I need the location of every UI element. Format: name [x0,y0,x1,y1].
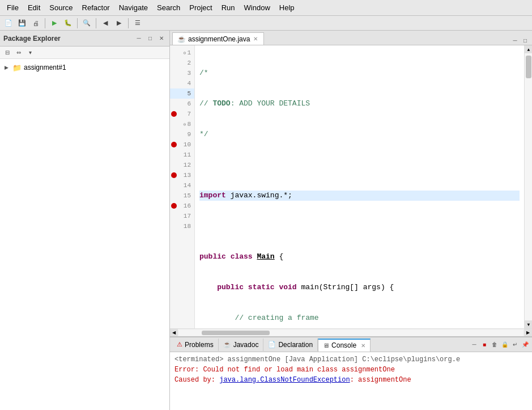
menu-run[interactable]: Run [217,2,240,14]
code-line-5: import javax.swing.*; [199,191,520,201]
line-num-15: 15 [170,191,194,201]
h-scroll-right-btn[interactable]: ▶ [524,329,532,337]
package-explorer-panel: Package Explorer ─ □ ✕ ⊟ ⇔ ▾ ▶ 📁 assignm… [0,31,170,410]
breakpoint-13 [171,172,177,178]
tree-item-assignment[interactable]: ▶ 📁 assignment#1 [0,61,169,74]
breakpoint-16 [171,203,177,209]
editor-tabs: ☕ assignmentOne.java ✕ ─ □ [170,31,532,45]
save-btn[interactable]: 💾 [16,17,28,29]
menu-project[interactable]: Project [185,2,216,14]
menu-refactor[interactable]: Refactor [78,2,114,14]
tab-problems[interactable]: ⚠ Problems [172,339,219,351]
code-line-6 [199,221,520,231]
bottom-panel: ⚠ Problems ☕ Javadoc 📄 Declaration 🖥 Con… [170,336,532,410]
declaration-icon: 📄 [268,341,276,348]
search-btn[interactable]: 🔍 [80,17,93,29]
collapse-all-btn[interactable]: ⊟ [2,48,12,58]
console-error-prefix: Caused by: [175,376,219,384]
line-num-3: 3 [170,68,194,78]
toolbar-sep-2 [77,18,78,28]
run-btn[interactable]: ▶ [48,17,61,29]
line-num-5: 5 [170,88,194,99]
menu-help[interactable]: Help [275,2,299,14]
menu-search[interactable]: Search [152,2,185,14]
package-explorer-minimize[interactable]: ─ [134,34,143,43]
console-classnotfound-link[interactable]: java.lang.ClassNotFoundException [219,376,350,384]
menu-file[interactable]: File [2,2,23,14]
console-word-wrap-btn[interactable]: ↵ [510,340,520,349]
console-error-line-2: Caused by: java.lang.ClassNotFoundExcept… [175,375,527,385]
problems-icon: ⚠ [177,341,182,348]
java-file-icon: ☕ [177,35,186,43]
line-num-18: 18 [170,221,194,231]
console-scroll-lock-btn[interactable]: 🔒 [500,340,509,349]
explorer-tree: ▶ 📁 assignment#1 [0,59,169,410]
console-terminated-text: <terminated> assignmentOne [Java Applica… [175,356,460,363]
code-line-9: // creating a frame [199,313,520,323]
console-clear-btn[interactable]: 🗑 [490,340,499,349]
scroll-down-btn[interactable]: ▼ [525,320,532,328]
h-scroll-track[interactable] [179,330,523,336]
editor-tab-close[interactable]: ✕ [252,36,259,43]
menu-window[interactable]: Window [240,2,275,14]
toolbar: 📄 💾 🖨 ▶ 🐛 🔍 ◀ ▶ ☰ [0,16,532,31]
line-num-16: 16 [170,201,194,211]
editor-tab-actions: ─ □ [510,36,530,45]
line-num-7: 7 [170,109,194,119]
scroll-up-btn[interactable]: ▲ [525,45,532,53]
toolbar-sep-4 [128,18,129,28]
main-area: Package Explorer ─ □ ✕ ⊟ ⇔ ▾ ▶ 📁 assignm… [0,31,532,410]
menu-navigate[interactable]: Navigate [114,2,152,14]
scroll-track[interactable] [525,53,532,320]
bottom-tab-actions: ─ ■ 🗑 🔒 ↵ 📌 [470,340,530,349]
editor-tab-assignmentone[interactable]: ☕ assignmentOne.java ✕ [172,32,264,45]
bottom-tabs: ⚠ Problems ☕ Javadoc 📄 Declaration 🖥 Con… [170,337,532,352]
console-tab-close[interactable]: ✕ [361,343,365,349]
console-icon: 🖥 [323,342,329,349]
back-btn[interactable]: ◀ [99,17,112,29]
tab-declaration[interactable]: 📄 Declaration [263,339,318,351]
debug-btn[interactable]: 🐛 [62,17,74,29]
code-line-8: public static void main(String[] args) { [199,282,520,293]
line-num-11: 11 [170,150,194,160]
tree-arrow-assignment: ▶ [5,65,10,70]
h-scroll-left-btn[interactable]: ◀ [170,329,178,337]
editor-maximize-btn[interactable]: □ [521,36,530,45]
code-content[interactable]: /* // TODO: ADD YOUR DETAILS */ import j… [195,45,524,328]
line-num-2: 2 [170,58,194,68]
package-explorer-close[interactable]: ✕ [157,34,166,43]
line-num-4: 4 [170,78,194,88]
menu-edit[interactable]: Edit [23,2,45,14]
console-pin-btn[interactable]: 📌 [521,340,530,349]
package-explorer-title: Package Explorer [3,35,132,43]
forward-btn[interactable]: ▶ [113,17,125,29]
new-btn[interactable]: 📄 [2,17,15,29]
tab-declaration-label: Declaration [278,341,313,349]
code-line-1: /* [199,68,520,78]
perspective-btn[interactable]: ☰ [131,17,144,29]
console-stop-btn[interactable]: ■ [480,340,489,349]
line-num-10: 10 [170,140,194,150]
javadoc-icon: ☕ [223,341,231,348]
view-menu-btn[interactable]: ▾ [25,48,35,58]
print-btn[interactable]: 🖨 [29,17,42,29]
scroll-thumb[interactable] [526,56,531,78]
line-num-9: 9 [170,129,194,140]
console-minimize-btn[interactable]: ─ [470,340,479,349]
editor-tab-filename: assignmentOne.java [188,35,250,43]
tab-javadoc[interactable]: ☕ Javadoc [219,339,264,351]
editor-minimize-btn[interactable]: ─ [510,36,520,45]
breakpoint-10 [171,142,177,147]
line-num-13: 13 [170,170,194,180]
toolbar-sep-1 [45,18,45,28]
tab-console[interactable]: 🖥 Console ✕ [318,339,371,352]
link-editor-btn[interactable]: ⇔ [14,48,24,58]
console-error-line-1: Error: Could not find or load main class… [175,365,527,375]
package-explorer-maximize[interactable]: □ [146,34,155,43]
h-scroll-thumb[interactable] [202,331,270,335]
console-terminated-line: <terminated> assignmentOne [Java Applica… [175,354,527,365]
code-line-7: public class Main { [199,252,520,262]
line-num-12: 12 [170,160,194,170]
menu-bar: File Edit Source Refactor Navigate Searc… [0,0,532,16]
menu-source[interactable]: Source [45,2,77,14]
